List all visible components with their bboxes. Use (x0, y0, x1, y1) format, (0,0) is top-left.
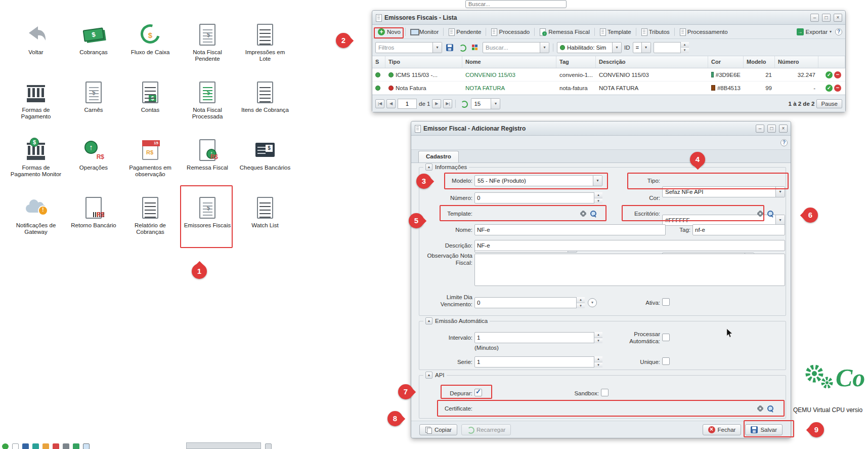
close-button[interactable]: × (779, 125, 788, 133)
remessa-fiscal-button[interactable]: Remessa Fiscal (537, 27, 592, 37)
save-filter-button[interactable] (445, 43, 455, 53)
desktop-icon-nota-fiscal-processada[interactable]: Nota Fiscal Processada (181, 80, 234, 120)
spinner-buttons[interactable] (680, 42, 689, 53)
minimize-button[interactable]: – (756, 125, 764, 133)
collapse-toggle-icon[interactable] (425, 164, 432, 171)
page-input[interactable] (398, 99, 417, 109)
sandbox-checkbox[interactable] (601, 389, 609, 396)
column-header-descricao[interactable]: Descrição (596, 56, 708, 68)
taskbar-icon[interactable] (12, 443, 19, 449)
intervalo-input[interactable] (474, 332, 602, 343)
maximize-button[interactable]: □ (822, 14, 831, 22)
desktop-icon-cobrancas[interactable]: Cobranças (67, 22, 120, 56)
tag-input[interactable] (692, 224, 785, 235)
disable-icon[interactable] (834, 85, 841, 92)
desktop-icon-watch-list[interactable]: Watch List (239, 195, 291, 229)
spin-down-icon[interactable] (594, 198, 602, 204)
spinner-buttons[interactable] (576, 297, 585, 308)
top-search-input[interactable] (465, 0, 567, 8)
processar-checkbox[interactable] (662, 334, 670, 341)
desktop-icon-cheques-bancarios[interactable]: Cheques Bancários (239, 138, 291, 171)
help-icon[interactable] (835, 28, 842, 35)
spin-down-icon[interactable] (681, 48, 689, 53)
taskbar-icon[interactable] (63, 443, 69, 449)
minimize-button[interactable]: – (810, 14, 819, 22)
table-row[interactable]: Nota Fatura NOTA FATURA nota-fatura NOTA… (372, 81, 845, 95)
copiar-button[interactable]: Copiar (419, 424, 457, 435)
tab-cadastro[interactable]: Cadastro (418, 151, 459, 162)
ativa-checkbox[interactable] (662, 298, 670, 306)
prev-page-button[interactable] (386, 99, 396, 108)
reload-button[interactable] (459, 99, 469, 109)
last-page-button[interactable] (443, 99, 452, 108)
taskbar-window-button[interactable] (186, 442, 261, 449)
spin-up-icon[interactable] (577, 297, 585, 303)
enable-icon[interactable] (826, 71, 833, 78)
intervalo-spinner[interactable] (474, 332, 602, 343)
habilitado-combo[interactable]: Habilitado: Sim (557, 42, 622, 53)
next-page-button[interactable] (432, 99, 441, 108)
column-header-tag[interactable]: Tag (556, 56, 596, 68)
collapse-toggle-icon[interactable] (425, 372, 432, 379)
close-button[interactable]: × (834, 14, 842, 22)
spin-up-icon[interactable] (594, 332, 602, 338)
spin-down-icon[interactable] (594, 362, 602, 368)
desktop-icon-retorno-bancario[interactable]: Retorno Bancário (67, 195, 120, 229)
desktop-icon-relatorio-cobrancas[interactable]: Relatório de Cobranças (124, 195, 177, 235)
id-spinner[interactable] (654, 42, 689, 53)
taskbar-icon[interactable] (2, 443, 9, 449)
taskbar-icon[interactable] (265, 443, 272, 449)
exportar-button[interactable]: Exportar▾ (794, 27, 834, 37)
refresh-button[interactable] (457, 43, 467, 53)
desktop-icon-fluxo-de-caixa[interactable]: Fluxo de Caixa (124, 22, 177, 56)
descricao-input[interactable] (474, 240, 785, 251)
desktop-icon-operacoes[interactable]: Operações (67, 138, 120, 171)
column-header-cor[interactable]: Cor (708, 56, 744, 68)
observacao-textarea[interactable] (474, 254, 785, 286)
desktop-icon-remessa-fiscal[interactable]: Remessa Fiscal (181, 138, 234, 171)
spin-up-icon[interactable] (594, 356, 602, 362)
desktop-icon-formas-de-pagamento[interactable]: Formas de Pagamento (10, 80, 62, 120)
desktop-icon-carnes[interactable]: Carnês (67, 80, 120, 113)
column-header-nome[interactable]: Nome (462, 56, 556, 68)
taskbar-icon[interactable] (32, 443, 39, 449)
taskbar-icon[interactable] (83, 443, 90, 449)
fechar-button[interactable]: Fechar (703, 424, 742, 435)
desktop-icon-contas[interactable]: Contas (124, 80, 177, 113)
maximize-button[interactable]: □ (767, 125, 776, 133)
spin-up-icon[interactable] (594, 192, 602, 198)
enable-icon[interactable] (826, 85, 833, 92)
clear-filter-button[interactable] (470, 43, 480, 53)
pause-button[interactable]: Pause (816, 99, 842, 108)
processamento-button[interactable]: Processamento (677, 27, 730, 37)
processado-button[interactable]: Processado (488, 27, 532, 37)
list-window-titlebar[interactable]: Emissores Fiscais - Lista – □ × (372, 11, 845, 25)
desktop-icon-itens-de-cobranca[interactable]: Itens de Cobrança (239, 80, 291, 113)
pendente-button[interactable]: Pendente (446, 27, 484, 37)
filtros-combo[interactable]: Filtros (375, 42, 442, 53)
dialog-titlebar[interactable]: Emissor Fiscal - Adicionar Registro – □ … (411, 121, 791, 136)
spinner-buttons[interactable] (594, 332, 602, 343)
help-icon[interactable] (780, 139, 788, 146)
desktop-icon-notificacoes-gateway[interactable]: Notificações de Gateway (10, 195, 62, 235)
page-size-combo[interactable]: 15 (471, 98, 500, 109)
template-button[interactable]: Template (597, 27, 634, 37)
taskbar-icon[interactable] (22, 443, 29, 449)
disable-icon[interactable] (834, 71, 841, 78)
recarregar-button[interactable]: Recarregar (461, 424, 511, 435)
table-row[interactable]: ICMS 115/03 -... CONVENIO 115/03 conveni… (372, 68, 845, 81)
desktop-icon-formas-pagamento-monitor[interactable]: Formas de Pagamento Monitor (10, 138, 62, 178)
taskbar-icon[interactable] (53, 443, 59, 449)
numero-spinner[interactable] (474, 192, 602, 203)
limite-input[interactable] (474, 297, 585, 308)
desktop-icon-impressoes-em-lote[interactable]: Impressões em Lote (239, 22, 291, 62)
column-header-s[interactable]: S (372, 56, 385, 68)
desktop-icon-pagamentos-observacao[interactable]: Pagamentos em observação (124, 138, 177, 178)
column-header-modelo[interactable]: Modelo (744, 56, 775, 68)
spin-down-icon[interactable] (594, 338, 602, 344)
column-header-tipo[interactable]: Tipo (385, 56, 462, 68)
unique-checkbox[interactable] (662, 357, 670, 365)
serie-input[interactable] (474, 356, 602, 368)
desktop-icon-nota-fiscal-pendente[interactable]: Nota Fiscal Pendente (181, 22, 234, 62)
first-page-button[interactable] (375, 99, 384, 108)
